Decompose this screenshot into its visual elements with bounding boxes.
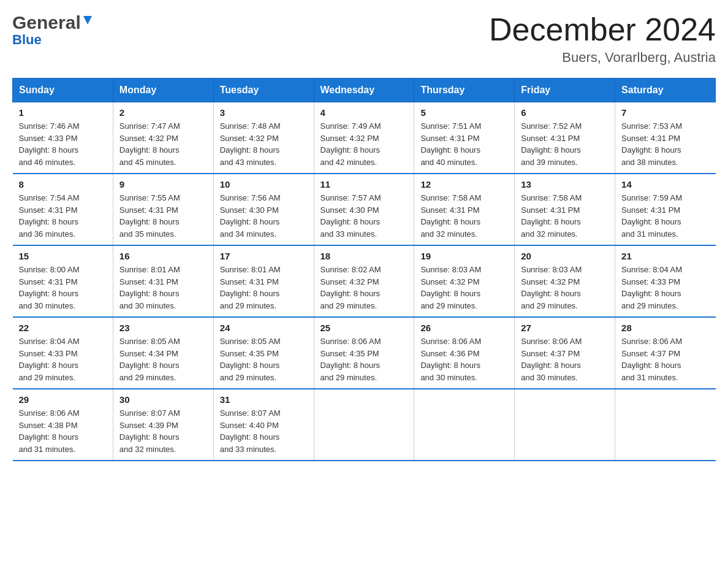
title-block: December 2024 Buers, Vorarlberg, Austria (489, 12, 716, 66)
day-number: 29 (19, 394, 107, 405)
day-info: Sunrise: 7:59 AMSunset: 4:31 PMDaylight:… (621, 192, 709, 240)
calendar-day-cell: 22Sunrise: 8:04 AMSunset: 4:33 PMDayligh… (13, 317, 113, 389)
svg-marker-0 (83, 16, 92, 25)
calendar-day-cell: 19Sunrise: 8:03 AMSunset: 4:32 PMDayligh… (414, 245, 515, 317)
day-info: Sunrise: 7:58 AMSunset: 4:31 PMDaylight:… (521, 192, 609, 240)
day-info: Sunrise: 7:54 AMSunset: 4:31 PMDaylight:… (19, 192, 107, 240)
calendar-day-cell: 8Sunrise: 7:54 AMSunset: 4:31 PMDaylight… (13, 174, 113, 245)
calendar-day-cell: 14Sunrise: 7:59 AMSunset: 4:31 PMDayligh… (615, 174, 716, 245)
day-number: 4 (320, 107, 408, 118)
logo: General Blue (12, 12, 94, 48)
calendar-day-cell: 29Sunrise: 8:06 AMSunset: 4:38 PMDayligh… (13, 389, 113, 461)
day-info: Sunrise: 7:53 AMSunset: 4:31 PMDaylight:… (621, 120, 709, 168)
calendar-day-cell: 12Sunrise: 7:58 AMSunset: 4:31 PMDayligh… (414, 174, 515, 245)
calendar-day-cell: 10Sunrise: 7:56 AMSunset: 4:30 PMDayligh… (213, 174, 314, 245)
calendar-day-cell (615, 389, 716, 461)
day-info: Sunrise: 8:05 AMSunset: 4:34 PMDaylight:… (119, 335, 207, 383)
calendar-day-cell: 9Sunrise: 7:55 AMSunset: 4:31 PMDaylight… (113, 174, 213, 245)
day-number: 31 (220, 394, 308, 405)
day-number: 12 (420, 179, 508, 190)
day-number: 15 (19, 251, 107, 261)
calendar-week-row: 29Sunrise: 8:06 AMSunset: 4:38 PMDayligh… (13, 389, 716, 461)
page-header: General Blue December 2024 Buers, Vorarl… (12, 12, 716, 66)
day-number: 30 (119, 394, 207, 405)
day-info: Sunrise: 8:04 AMSunset: 4:33 PMDaylight:… (19, 335, 107, 383)
month-title: December 2024 (489, 12, 716, 47)
day-number: 14 (621, 179, 709, 190)
day-number: 9 (119, 179, 207, 190)
day-number: 7 (621, 107, 709, 118)
day-info: Sunrise: 7:47 AMSunset: 4:32 PMDaylight:… (119, 120, 207, 168)
day-number: 26 (420, 323, 508, 333)
day-number: 17 (220, 251, 308, 261)
col-monday: Monday (113, 79, 213, 102)
calendar-day-cell: 4Sunrise: 7:49 AMSunset: 4:32 PMDaylight… (314, 102, 414, 174)
day-info: Sunrise: 8:01 AMSunset: 4:31 PMDaylight:… (119, 264, 207, 312)
day-number: 22 (19, 323, 107, 333)
day-info: Sunrise: 7:58 AMSunset: 4:31 PMDaylight:… (420, 192, 508, 240)
col-sunday: Sunday (13, 79, 113, 102)
day-number: 11 (320, 179, 408, 190)
calendar-day-cell: 2Sunrise: 7:47 AMSunset: 4:32 PMDaylight… (113, 102, 213, 174)
day-number: 28 (621, 323, 709, 333)
day-number: 24 (220, 323, 308, 333)
calendar-day-cell: 6Sunrise: 7:52 AMSunset: 4:31 PMDaylight… (515, 102, 615, 174)
calendar-header: Sunday Monday Tuesday Wednesday Thursday… (13, 79, 716, 102)
calendar-body: 1Sunrise: 7:46 AMSunset: 4:33 PMDaylight… (13, 102, 716, 461)
col-wednesday: Wednesday (314, 79, 414, 102)
calendar-day-cell: 21Sunrise: 8:04 AMSunset: 4:33 PMDayligh… (615, 245, 716, 317)
day-info: Sunrise: 8:06 AMSunset: 4:35 PMDaylight:… (320, 335, 408, 383)
calendar-day-cell: 24Sunrise: 8:05 AMSunset: 4:35 PMDayligh… (213, 317, 314, 389)
calendar-day-cell: 30Sunrise: 8:07 AMSunset: 4:39 PMDayligh… (113, 389, 213, 461)
calendar-day-cell: 15Sunrise: 8:00 AMSunset: 4:31 PMDayligh… (13, 245, 113, 317)
col-friday: Friday (515, 79, 615, 102)
day-info: Sunrise: 8:07 AMSunset: 4:39 PMDaylight:… (119, 407, 207, 455)
day-number: 25 (320, 323, 408, 333)
calendar-day-cell (314, 389, 414, 461)
day-info: Sunrise: 7:46 AMSunset: 4:33 PMDaylight:… (19, 120, 107, 168)
calendar-week-row: 1Sunrise: 7:46 AMSunset: 4:33 PMDaylight… (13, 102, 716, 174)
day-info: Sunrise: 7:55 AMSunset: 4:31 PMDaylight:… (119, 192, 207, 240)
col-saturday: Saturday (615, 79, 716, 102)
day-number: 8 (19, 179, 107, 190)
logo-general-text: General (12, 12, 81, 33)
day-info: Sunrise: 8:06 AMSunset: 4:37 PMDaylight:… (521, 335, 609, 383)
logo-blue-text: Blue (12, 32, 42, 48)
col-thursday: Thursday (414, 79, 515, 102)
calendar-day-cell: 27Sunrise: 8:06 AMSunset: 4:37 PMDayligh… (515, 317, 615, 389)
day-info: Sunrise: 7:56 AMSunset: 4:30 PMDaylight:… (220, 192, 308, 240)
calendar-day-cell (414, 389, 515, 461)
calendar-day-cell: 26Sunrise: 8:06 AMSunset: 4:36 PMDayligh… (414, 317, 515, 389)
day-number: 3 (220, 107, 308, 118)
day-info: Sunrise: 8:05 AMSunset: 4:35 PMDaylight:… (220, 335, 308, 383)
day-number: 13 (521, 179, 609, 190)
day-info: Sunrise: 8:06 AMSunset: 4:37 PMDaylight:… (621, 335, 709, 383)
calendar-week-row: 15Sunrise: 8:00 AMSunset: 4:31 PMDayligh… (13, 245, 716, 317)
day-info: Sunrise: 8:01 AMSunset: 4:31 PMDaylight:… (220, 264, 308, 312)
header-row: Sunday Monday Tuesday Wednesday Thursday… (13, 79, 716, 102)
day-info: Sunrise: 8:07 AMSunset: 4:40 PMDaylight:… (220, 407, 308, 455)
day-info: Sunrise: 8:00 AMSunset: 4:31 PMDaylight:… (19, 264, 107, 312)
calendar-day-cell: 28Sunrise: 8:06 AMSunset: 4:37 PMDayligh… (615, 317, 716, 389)
calendar-week-row: 22Sunrise: 8:04 AMSunset: 4:33 PMDayligh… (13, 317, 716, 389)
day-number: 23 (119, 323, 207, 333)
day-info: Sunrise: 8:04 AMSunset: 4:33 PMDaylight:… (621, 264, 709, 312)
day-info: Sunrise: 8:06 AMSunset: 4:36 PMDaylight:… (420, 335, 508, 383)
calendar-day-cell: 31Sunrise: 8:07 AMSunset: 4:40 PMDayligh… (213, 389, 314, 461)
calendar-day-cell (515, 389, 615, 461)
calendar-week-row: 8Sunrise: 7:54 AMSunset: 4:31 PMDaylight… (13, 174, 716, 245)
day-info: Sunrise: 7:51 AMSunset: 4:31 PMDaylight:… (420, 120, 508, 168)
day-info: Sunrise: 8:02 AMSunset: 4:32 PMDaylight:… (320, 264, 408, 312)
location-title: Buers, Vorarlberg, Austria (489, 50, 716, 66)
calendar-day-cell: 17Sunrise: 8:01 AMSunset: 4:31 PMDayligh… (213, 245, 314, 317)
calendar-day-cell: 11Sunrise: 7:57 AMSunset: 4:30 PMDayligh… (314, 174, 414, 245)
col-tuesday: Tuesday (213, 79, 314, 102)
day-number: 18 (320, 251, 408, 261)
day-number: 21 (621, 251, 709, 261)
day-number: 5 (420, 107, 508, 118)
day-info: Sunrise: 7:49 AMSunset: 4:32 PMDaylight:… (320, 120, 408, 168)
calendar-day-cell: 16Sunrise: 8:01 AMSunset: 4:31 PMDayligh… (113, 245, 213, 317)
day-info: Sunrise: 7:57 AMSunset: 4:30 PMDaylight:… (320, 192, 408, 240)
calendar-table: Sunday Monday Tuesday Wednesday Thursday… (12, 78, 716, 461)
day-number: 10 (220, 179, 308, 190)
